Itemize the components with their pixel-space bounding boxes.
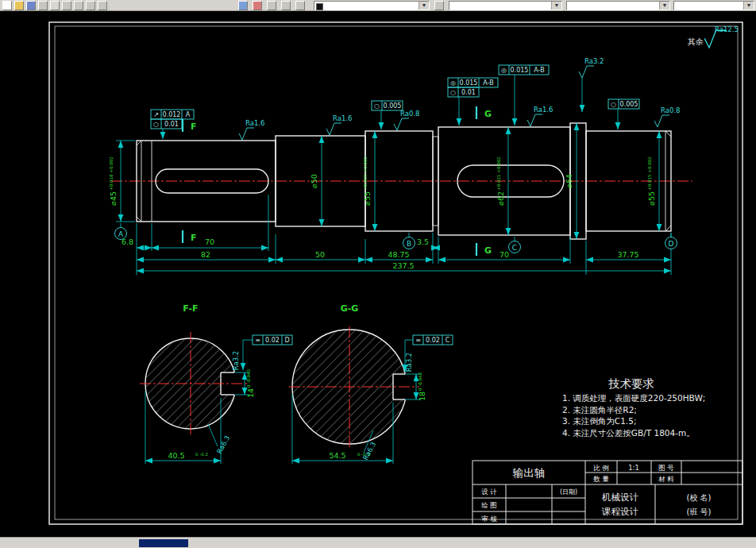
svg-text:D: D: [284, 337, 289, 344]
svg-text:82: 82: [201, 250, 210, 259]
paste-icon[interactable]: [98, 1, 107, 10]
svg-text:37.75: 37.75: [617, 250, 638, 259]
new-icon[interactable]: [2, 1, 12, 10]
svg-text:◎: ◎: [501, 67, 507, 74]
svg-text:(日期): (日期): [560, 488, 577, 496]
chevron-down-icon[interactable]: ▼: [743, 2, 754, 10]
svg-text:0.02: 0.02: [426, 337, 440, 344]
svg-text:机械设计: 机械设计: [601, 492, 639, 503]
svg-text:140 -0.043: 140 -0.043: [246, 369, 255, 398]
tolerance-frames: ↗ 0.012 A ○ 0.01 ○ 0.005 ◎: [151, 65, 639, 139]
svg-text:↗: ↗: [153, 111, 159, 118]
svg-text:比 例: 比 例: [593, 464, 609, 472]
svg-text:0.01: 0.01: [164, 121, 179, 128]
cut-icon[interactable]: [74, 1, 83, 10]
svg-text:数 量: 数 量: [593, 475, 609, 483]
sheet-frame: [49, 22, 742, 524]
svg-text:Ra6.3: Ra6.3: [361, 441, 377, 461]
redraw-icon[interactable]: [295, 1, 305, 10]
svg-text:Ra0.8: Ra0.8: [661, 106, 680, 114]
tolerance-frame-f2: ○ 0.005: [372, 101, 403, 129]
svg-text:0.005: 0.005: [620, 101, 638, 108]
svg-text:课程设计: 课程设计: [601, 506, 639, 517]
layer-combo[interactable]: ▼: [314, 1, 430, 10]
svg-text:3.5: 3.5: [417, 237, 429, 246]
svg-text:F: F: [191, 122, 197, 132]
svg-text:≡: ≡: [255, 337, 260, 344]
svg-text:0.02: 0.02: [265, 337, 280, 344]
svg-text:(校 名): (校 名): [687, 493, 712, 502]
svg-text:○: ○: [374, 102, 380, 110]
svg-text:Ra1.6: Ra1.6: [333, 114, 352, 122]
svg-text:Ra3.2: Ra3.2: [405, 353, 413, 372]
pan-icon[interactable]: [281, 1, 291, 10]
svg-text:F-F: F-F: [183, 303, 198, 314]
layer-states-icon[interactable]: [434, 1, 444, 10]
svg-text:D: D: [669, 240, 674, 248]
tolerance-frame-f5: ≡ 0.02 D: [243, 335, 292, 370]
svg-text:◎: ◎: [450, 79, 456, 87]
svg-text:50: 50: [315, 250, 325, 259]
svg-text:G-G: G-G: [341, 303, 359, 314]
tolerance-frame-f1: ↗ 0.012 A ○ 0.01: [151, 110, 194, 139]
chevron-down-icon[interactable]: ▼: [551, 2, 561, 10]
svg-text:0.012: 0.012: [163, 111, 181, 118]
svg-text:4. 未注尺寸公差按GB/T 1804-m。: 4. 未注尺寸公差按GB/T 1804-m。: [562, 428, 695, 438]
chevron-down-icon[interactable]: ▼: [659, 2, 669, 10]
svg-text:70: 70: [499, 250, 509, 259]
svg-text:F: F: [191, 233, 197, 243]
svg-text:设 计: 设 计: [481, 488, 497, 496]
svg-text:40.5: 40.5: [168, 451, 184, 460]
toolbar: ▼ ▼ ▼ ▼: [0, 0, 756, 11]
svg-text:○: ○: [153, 121, 159, 128]
svg-text:其余: 其余: [688, 37, 704, 46]
svg-text:A: A: [186, 111, 191, 118]
svg-text:○: ○: [611, 101, 616, 108]
find-icon[interactable]: [62, 1, 71, 10]
svg-text:A-B: A-B: [483, 79, 493, 87]
svg-text:≡: ≡: [415, 337, 421, 344]
svg-text:0 -0.2: 0 -0.2: [195, 452, 208, 457]
svg-text:(班 号): (班 号): [687, 507, 712, 516]
svg-text:54.5: 54.5: [329, 451, 345, 460]
svg-text:G: G: [484, 109, 492, 119]
redo-icon[interactable]: [253, 1, 262, 10]
linetype-combo[interactable]: ▼: [566, 1, 670, 10]
chevron-down-icon[interactable]: ▼: [418, 2, 429, 10]
drawing-canvas[interactable]: ⌀45+0.018 +0.002 ⌀50 ⌀55+0.015 +0.002 ⌀6…: [0, 11, 756, 537]
svg-text:1. 调质处理，表面硬度220-250HBW;: 1. 调质处理，表面硬度220-250HBW;: [562, 393, 705, 403]
zoom-icon[interactable]: [267, 1, 276, 10]
color-combo[interactable]: ▼: [449, 1, 562, 10]
svg-text:Ra3.2: Ra3.2: [232, 351, 240, 370]
copy-icon[interactable]: [86, 1, 95, 10]
svg-text:0.015: 0.015: [460, 79, 478, 87]
print-icon[interactable]: [38, 1, 48, 10]
save-icon[interactable]: [26, 1, 36, 10]
undo-icon[interactable]: [238, 1, 248, 10]
svg-text:3. 未注倒角为C1.5;: 3. 未注倒角为C1.5;: [562, 416, 636, 426]
section-view-ff: F-F 40.5 0 -0.2 140 -0.043 ≡ 0.02: [140, 303, 292, 464]
svg-text:B: B: [407, 240, 411, 248]
svg-text:C: C: [446, 337, 450, 344]
lineweight-combo[interactable]: ▼: [673, 1, 754, 10]
svg-text:C: C: [512, 244, 517, 252]
tolerance-frame-f4: ○ 0.005: [608, 99, 639, 129]
svg-text:48.75: 48.75: [388, 250, 409, 259]
svg-text:A: A: [118, 230, 124, 238]
technical-requirements: 技术要求 1. 调质处理，表面硬度220-250HBW; 2. 未注圆角半径R2…: [562, 377, 705, 438]
svg-text:⌀50: ⌀50: [310, 174, 318, 188]
print-preview-icon[interactable]: [50, 1, 60, 10]
cad-window: ▼ ▼ ▼ ▼: [0, 0, 756, 548]
svg-text:技术要求: 技术要求: [608, 377, 654, 390]
layer-color-swatch: [316, 3, 323, 10]
svg-text:○: ○: [450, 89, 456, 96]
svg-text:70: 70: [205, 237, 214, 246]
title-block: 输出轴 比 例 1:1 图 号 数 量 材 料 设 计 绘 图 审 核 (日期)…: [472, 461, 742, 524]
svg-text:审 核: 审 核: [481, 515, 497, 523]
svg-text:材 料: 材 料: [658, 475, 674, 483]
open-icon[interactable]: [14, 1, 24, 10]
svg-text:Ra6.3: Ra6.3: [215, 434, 231, 455]
svg-text:Ra12.5: Ra12.5: [715, 25, 739, 33]
datum-symbols: A B C D: [115, 223, 677, 253]
svg-text:0.005: 0.005: [384, 102, 402, 110]
